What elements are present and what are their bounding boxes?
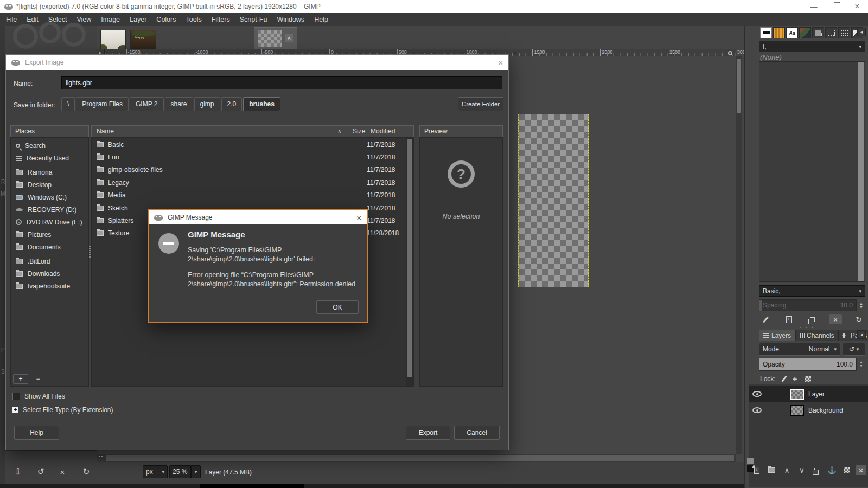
breadcrumb-brushes[interactable]: brushes bbox=[243, 97, 280, 111]
export-dialog-titlebar[interactable]: Export Image × bbox=[6, 55, 508, 70]
expander-plus-icon[interactable]: + bbox=[12, 407, 18, 413]
menu-layer[interactable]: Layer bbox=[125, 13, 151, 26]
restore-tool-preset-button[interactable]: ↺ bbox=[35, 466, 47, 478]
brush-list-scrollbar[interactable] bbox=[858, 62, 864, 281]
brush-name-dropdown[interactable]: Basic, ▾ bbox=[759, 285, 865, 297]
dock-tab-images[interactable] bbox=[799, 27, 811, 38]
zoom-dropdown[interactable]: ▾ bbox=[191, 465, 201, 478]
show-all-files-label[interactable]: Show All Files bbox=[24, 393, 65, 400]
layers-panel-menu-button[interactable]: ◂ bbox=[857, 330, 866, 339]
breadcrumb-2-0[interactable]: 2.0 bbox=[221, 97, 242, 111]
new-group-button[interactable] bbox=[765, 464, 778, 476]
duplicate-layer-button[interactable] bbox=[810, 464, 824, 476]
brush-list[interactable] bbox=[759, 61, 865, 282]
breadcrumb--[interactable]: \ bbox=[61, 97, 75, 111]
place-desktop[interactable]: Desktop bbox=[11, 178, 88, 191]
breadcrumb-gimp-2[interactable]: GIMP 2 bbox=[130, 97, 163, 111]
mode-reset-button[interactable]: ↺▾ bbox=[843, 343, 865, 356]
menu-tools[interactable]: Tools bbox=[181, 13, 206, 26]
layer-thumbnail[interactable] bbox=[790, 389, 804, 400]
dock-tab-tool-presets[interactable] bbox=[812, 27, 824, 38]
file-row-basic[interactable]: Basic11/7/2018 bbox=[92, 138, 413, 151]
message-dialog-titlebar[interactable]: GIMP Message × bbox=[149, 210, 367, 224]
visibility-eye-icon[interactable] bbox=[752, 391, 762, 397]
filename-input[interactable]: lights.gbr bbox=[61, 76, 502, 89]
opacity-slider[interactable]: Opacity 100.0 bbox=[759, 358, 857, 371]
export-button[interactable]: Export bbox=[406, 426, 450, 440]
minimize-button[interactable]: — bbox=[803, 0, 825, 13]
opacity-spinner[interactable]: ▴▾ bbox=[857, 358, 865, 370]
add-place-button[interactable]: + bbox=[13, 374, 28, 384]
restore-button[interactable] bbox=[825, 0, 846, 13]
spacing-spinner[interactable]: ▴▾ bbox=[857, 299, 865, 311]
files-scrollbar-thumb[interactable] bbox=[407, 139, 412, 377]
layer-row[interactable]: Background bbox=[749, 402, 868, 418]
place-recently-used[interactable]: Recently Used bbox=[11, 152, 88, 164]
dock-tab-brushes[interactable] bbox=[760, 27, 772, 38]
lower-layer-button[interactable]: ∨ bbox=[795, 464, 808, 476]
menu-windows[interactable]: Windows bbox=[272, 13, 309, 26]
show-all-files-checkbox[interactable] bbox=[12, 393, 20, 400]
breadcrumb-gimp[interactable]: gimp bbox=[194, 97, 220, 111]
tab-channels[interactable]: Channels bbox=[795, 330, 839, 341]
anchor-layer-button[interactable]: ⚓ bbox=[826, 464, 839, 476]
edit-brush-button[interactable] bbox=[759, 314, 772, 324]
ok-button[interactable]: OK bbox=[316, 300, 359, 314]
new-brush-button[interactable]: + bbox=[782, 314, 795, 324]
help-button[interactable]: Help bbox=[14, 426, 59, 440]
dock-tab-palettes[interactable] bbox=[838, 27, 850, 38]
tab-close-icon[interactable]: × bbox=[285, 34, 293, 42]
menu-colors[interactable]: Colors bbox=[151, 13, 181, 26]
file-row-fun[interactable]: Fun11/7/2018 bbox=[92, 151, 413, 163]
place-windows-c-[interactable]: Windows (C:) bbox=[11, 191, 88, 203]
place-recovery-d-[interactable]: RECOVERY (D:) bbox=[11, 203, 88, 216]
reset-tool-options-button[interactable]: ↻ bbox=[80, 466, 92, 478]
tab-layers[interactable]: Layers bbox=[759, 330, 795, 341]
create-folder-button[interactable]: Create Folder bbox=[458, 97, 503, 111]
image-tab-photo2[interactable]: Happy bbox=[130, 30, 156, 49]
menu-file[interactable]: File bbox=[1, 13, 22, 26]
place--bitlord[interactable]: .BitLord bbox=[11, 255, 88, 267]
lock-pixels-icon[interactable] bbox=[781, 376, 787, 382]
dock-collapse-button[interactable]: ◂ bbox=[857, 28, 866, 36]
zoom-follow-button[interactable] bbox=[726, 49, 735, 56]
place-dvd-rw-drive-e-[interactable]: DVD RW Drive (E:) bbox=[11, 216, 88, 228]
visibility-eye-icon[interactable] bbox=[752, 407, 762, 413]
place-pictures[interactable]: Pictures bbox=[11, 228, 88, 241]
column-size[interactable]: Size bbox=[349, 126, 367, 137]
file-row-media[interactable]: Media11/7/2018 bbox=[92, 189, 413, 202]
delete-layer-button[interactable]: × bbox=[856, 465, 866, 475]
sort-asc-icon[interactable]: ∧ bbox=[337, 126, 341, 137]
file-type-label[interactable]: Select File Type (By Extension) bbox=[23, 406, 113, 414]
image-tab-photo1[interactable] bbox=[100, 30, 126, 49]
hscroll-thumb[interactable] bbox=[106, 455, 734, 461]
canvas-vertical-scrollbar[interactable] bbox=[736, 56, 742, 454]
spacing-slider-handle[interactable] bbox=[759, 300, 762, 311]
save-tool-preset-button[interactable]: ⇩ bbox=[12, 466, 24, 478]
brush-filter-dropdown[interactable]: I, ▾ bbox=[759, 41, 865, 52]
file-row-legacy[interactable]: Legacy11/7/2018 bbox=[92, 176, 413, 189]
new-layer-button[interactable]: + bbox=[750, 464, 763, 476]
close-icon[interactable]: × bbox=[498, 58, 503, 67]
place-documents[interactable]: Documents bbox=[11, 241, 88, 253]
places-header[interactable]: Places bbox=[10, 125, 89, 138]
place-search[interactable]: Search bbox=[11, 139, 88, 152]
vscroll-thumb[interactable] bbox=[737, 59, 741, 113]
mode-dropdown[interactable]: Mode Normal▾ bbox=[759, 343, 840, 356]
lock-alpha-icon[interactable] bbox=[805, 376, 811, 382]
dock-tab-patterns[interactable] bbox=[773, 27, 785, 38]
remove-place-button[interactable]: − bbox=[30, 374, 46, 384]
image-tab-active[interactable]: × bbox=[254, 27, 297, 49]
raise-layer-button[interactable]: ∧ bbox=[780, 464, 793, 476]
file-row-gimp-obsolete-files[interactable]: gimp-obsolete-files11/7/2018 bbox=[92, 164, 413, 176]
menu-filters[interactable]: Filters bbox=[207, 13, 235, 26]
dock-tab-selection-editor[interactable] bbox=[825, 27, 837, 38]
layer-thumbnail[interactable] bbox=[790, 405, 804, 416]
spacing-slider[interactable]: Spacing 10.0 bbox=[759, 299, 857, 311]
place-ramona[interactable]: Ramona bbox=[11, 166, 88, 178]
close-icon[interactable]: × bbox=[356, 213, 361, 222]
breadcrumb-share[interactable]: share bbox=[165, 97, 193, 111]
files-scrollbar[interactable] bbox=[406, 138, 413, 386]
place-downloads[interactable]: Downloads bbox=[11, 267, 88, 280]
cancel-button[interactable]: Cancel bbox=[454, 426, 500, 440]
